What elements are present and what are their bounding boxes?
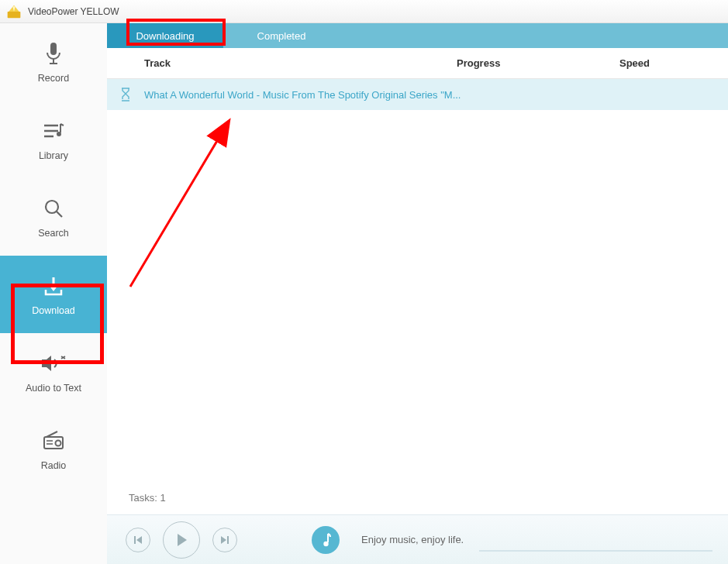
skip-next-icon: [219, 535, 230, 545]
app-title: VideoPower YELLOW: [28, 6, 119, 17]
download-row-title: What A Wonderful World - Music From The …: [144, 89, 728, 101]
download-icon: [40, 273, 67, 299]
tab-label: Completed: [257, 30, 306, 42]
sidebar-item-label: Search: [38, 228, 69, 239]
radio-icon: [40, 428, 67, 454]
search-icon: [40, 195, 67, 222]
previous-button[interactable]: [126, 528, 150, 552]
svg-marker-22: [136, 536, 142, 544]
sidebar-item-label: Radio: [41, 460, 67, 471]
music-note-icon: [312, 526, 340, 554]
svg-marker-23: [178, 534, 187, 546]
hourglass-icon: [107, 88, 144, 101]
skip-previous-icon: [133, 535, 143, 545]
sidebar-item-label: Audio to Text: [26, 383, 81, 394]
svg-point-26: [323, 541, 328, 545]
player-tagline: Enjoy music, enjoy life.: [361, 534, 464, 545]
svg-rect-14: [44, 437, 63, 449]
sidebar-item-label: Download: [32, 305, 75, 316]
column-header-track[interactable]: Track: [107, 57, 457, 69]
app-logo-icon: [6, 4, 22, 19]
svg-rect-3: [50, 43, 57, 55]
player-progress-track[interactable]: [479, 550, 712, 552]
main-panel: Downloading Completed Track Progress Spe…: [107, 23, 728, 564]
sidebar-item-record[interactable]: Record: [0, 23, 107, 101]
sidebar-item-download[interactable]: Download: [0, 256, 107, 333]
player-bar: Enjoy music, enjoy life.: [107, 514, 728, 564]
library-icon: [40, 118, 67, 144]
column-header-progress[interactable]: Progress: [457, 57, 619, 69]
tab-label: Downloading: [136, 30, 194, 42]
tab-downloading[interactable]: Downloading: [107, 23, 223, 48]
microphone-icon: [40, 40, 67, 67]
svg-line-15: [47, 432, 57, 437]
sidebar-item-search[interactable]: Search: [0, 178, 107, 256]
sidebar-item-audio-to-text[interactable]: Audio to Text: [0, 333, 107, 411]
sidebar-item-radio[interactable]: Radio: [0, 411, 107, 488]
play-icon: [174, 532, 188, 548]
svg-point-16: [56, 441, 61, 446]
title-bar: VideoPower YELLOW: [0, 0, 728, 23]
svg-line-20: [130, 124, 227, 287]
svg-point-10: [46, 201, 58, 213]
svg-marker-13: [49, 285, 58, 291]
column-header-row: Track Progress Speed: [107, 48, 728, 79]
download-row[interactable]: What A Wonderful World - Music From The …: [107, 79, 728, 110]
svg-point-9: [57, 132, 61, 136]
tab-completed[interactable]: Completed: [223, 23, 340, 48]
svg-line-11: [57, 212, 62, 217]
audio-to-text-icon: [40, 350, 67, 377]
annotation-arrow: [122, 101, 278, 302]
column-header-speed[interactable]: Speed: [619, 57, 728, 69]
svg-marker-24: [221, 536, 226, 544]
tabs-bar: Downloading Completed: [107, 23, 728, 48]
sidebar: Record Library: [0, 23, 107, 564]
next-button[interactable]: [212, 528, 237, 552]
svg-rect-0: [8, 12, 21, 18]
tasks-count: Tasks: 1: [129, 492, 166, 504]
sidebar-item-label: Record: [38, 73, 69, 84]
sidebar-item-library[interactable]: Library: [0, 101, 107, 178]
play-button[interactable]: [163, 521, 200, 559]
sidebar-item-label: Library: [39, 150, 68, 161]
